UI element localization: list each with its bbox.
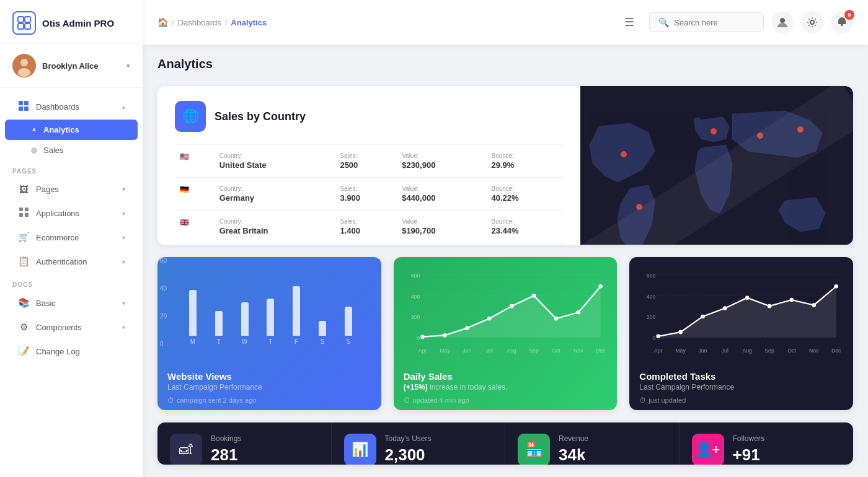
bar-item: T [260,299,281,345]
sidebar-item-pages[interactable]: 🖼 Pages ▾ [5,178,138,201]
svg-rect-11 [19,208,23,211]
bar-item: S [312,321,333,345]
country-cell: Country: United State [215,145,335,178]
basic-nav-label: Basic [36,299,116,308]
user-chevron-icon: ▾ [126,62,130,70]
svg-rect-8 [24,101,29,105]
sidebar-item-sales[interactable]: Sales [5,141,138,160]
svg-point-64 [790,298,794,302]
daily-sales-time: ⏱ updated 4 min ago [404,396,608,404]
revenue-icon: 🏪 [518,434,550,465]
sidebar-item-applications[interactable]: Applications ▾ [5,201,138,225]
website-views-time: ⏱ campaign sent 2 days ago [167,396,371,404]
svg-text:400: 400 [647,294,656,300]
world-map [580,86,853,245]
sidebar-item-ecommerce[interactable]: 🛒 Ecommerce ▾ [5,225,138,249]
svg-text:Nov: Nov [809,347,819,353]
pages-nav-label: Pages [36,185,116,194]
svg-text:600: 600 [647,273,656,279]
website-views-card: 60 40 20 0 MTWTFSS Website Views Last Ca… [157,257,381,410]
components-nav-label: Components [36,323,116,332]
svg-point-16 [810,20,814,24]
bar-item: M [182,290,203,344]
country-table: 🇺🇸 Country: United State Sales: 2500 Val… [175,144,563,245]
settings-button[interactable] [801,11,823,33]
dashboards-chevron-icon: ▴ [122,103,125,110]
svg-text:Aug: Aug [743,347,753,353]
daily-sales-info: Daily Sales (+15%) increase in today sal… [394,362,618,410]
sidebar-item-authentication[interactable]: 📋 Authentication ▾ [5,250,138,273]
stats-row: 🛋 Bookings 281 📊 Today's Users 2,300 🏪 R… [157,422,853,465]
svg-text:Dec: Dec [596,347,606,353]
value-cell: Value: $143,960 [397,243,486,245]
stat-card-revenue: 🏪 Revenue 34k [505,422,680,465]
svg-rect-12 [25,208,29,211]
svg-text:May: May [676,347,686,353]
breadcrumb: 🏠 / Dashboards / Analytics [157,17,609,27]
daily-sales-title: Daily Sales [404,371,608,382]
followers-info: Followers +91 [733,434,841,465]
sales-dot [31,147,37,154]
bookings-info: Bookings 281 [211,434,319,465]
docs-section-label: DOCS [0,274,143,291]
svg-text:Apr: Apr [418,347,427,353]
website-views-title: Website Views [167,371,371,382]
svg-text:200: 200 [410,314,420,320]
today_users-label: Today's Users [385,434,493,443]
completed-tasks-time: ⏱ just updated [639,396,843,404]
followers-value: +91 [733,445,841,465]
bounce-cell: Bounce: 32.14% [486,243,563,245]
sales-cell: Sales: 1.400 [335,211,397,243]
svg-rect-0 [18,17,24,22]
breadcrumb-sep2: / [225,18,228,27]
svg-text:Sep: Sep [529,347,539,353]
svg-point-59 [679,330,683,335]
svg-text:Jul: Jul [722,347,728,353]
sidebar-item-changelog[interactable]: 📝 Change Log [5,339,138,363]
search-box[interactable]: 🔍 [649,12,764,32]
pages-chevron-icon: ▾ [122,186,125,193]
svg-point-6 [18,68,30,77]
profile-button[interactable] [771,11,794,33]
analytics-label: Analytics [43,125,79,134]
website-views-subtitle: Last Campaign Performance [167,383,371,392]
sales-cell: Sales: 3.900 [335,178,397,211]
svg-point-40 [598,284,603,289]
svg-text:200: 200 [647,314,656,320]
sidebar-item-basic[interactable]: 📚 Basic ▾ [5,291,138,315]
svg-point-37 [531,294,536,298]
breadcrumb-dashboards[interactable]: Dashboards [178,18,221,27]
today_users-value: 2,300 [385,445,493,465]
table-row: 🇧🇷 Country: Brasil Sales: 562 Value: $14… [175,243,563,245]
completed-tasks-chart: 0200400600AprMayJunJulAugSepOctNovDec [629,257,853,362]
header-right: 🔍 9 [649,11,853,33]
authentication-icon: 📋 [17,256,30,267]
sidebar-item-analytics[interactable]: A Analytics [5,120,138,140]
website-views-info: Website Views Last Campaign Performance … [157,362,381,410]
svg-text:400: 400 [410,294,420,300]
bar-item: F [286,286,307,345]
applications-icon [17,208,30,219]
authentication-nav-label: Authentication [36,257,116,266]
svg-point-5 [20,59,28,66]
applications-chevron-icon: ▾ [122,210,125,217]
svg-text:Jun: Jun [463,347,471,353]
page-title: Analytics [157,57,853,71]
search-input[interactable] [674,18,755,27]
sidebar-user[interactable]: Brooklyn Alice ▾ [0,44,143,88]
flag-cell: 🇺🇸 [175,145,215,178]
changelog-nav-label: Change Log [36,347,125,356]
notifications-button[interactable]: 9 [831,11,853,33]
authentication-chevron-icon: ▾ [122,258,125,265]
sidebar-item-components[interactable]: ⚙ Components ▾ [5,315,138,339]
svg-point-58 [657,334,661,338]
sales-label: Sales [43,146,64,155]
bookings-label: Bookings [211,434,319,443]
hamburger-button[interactable]: ☰ [619,13,639,32]
bookings-icon: 🛋 [170,434,202,465]
svg-text:Oct: Oct [552,347,560,353]
bookings-value: 281 [211,445,319,465]
today_users-icon: 📊 [344,434,376,465]
sidebar-item-dashboards[interactable]: Dashboards ▴ [5,95,138,119]
notifications-badge: 9 [844,10,854,20]
